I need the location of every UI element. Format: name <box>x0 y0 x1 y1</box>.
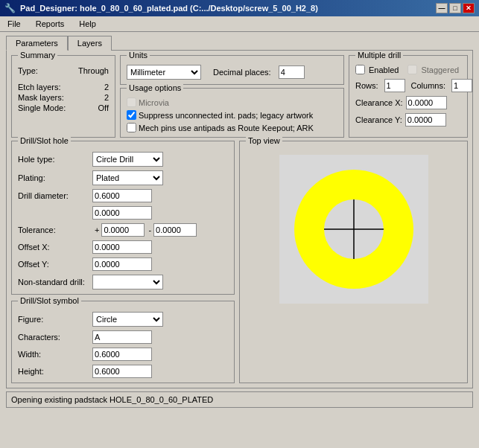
top-view-panel: Top view <box>239 141 468 383</box>
minimize-button[interactable]: — <box>436 3 448 13</box>
menu-reports[interactable]: Reports <box>31 18 69 30</box>
offset-x-label: Offset X: <box>18 243 92 252</box>
menu-help[interactable]: Help <box>74 18 101 30</box>
close-button[interactable]: ✕ <box>463 3 475 13</box>
title-bar-buttons: — □ ✕ <box>436 3 475 13</box>
summary-title: Summary <box>18 51 57 60</box>
plating-label: Plating: <box>18 173 92 182</box>
clearance-x-input[interactable] <box>406 96 447 109</box>
top-view-svg <box>279 155 428 304</box>
title-bar: 🔧 Pad_Designer: hole_0_80_0_60_plated.pa… <box>0 0 479 16</box>
window-title: Pad_Designer: hole_0_80_0_60_plated.pad … <box>20 4 318 13</box>
drill-slot-panel: Drill/Slot hole Hole type: Circle Drill … <box>11 141 235 295</box>
rows-label: Rows: <box>355 81 378 90</box>
tolerance-minus-input[interactable] <box>153 223 197 237</box>
width-input[interactable] <box>92 348 152 361</box>
multiple-drill-title: Multiple drill <box>355 51 403 60</box>
decimal-places-input[interactable] <box>279 65 305 79</box>
decimal-places-label: Decimal places: <box>213 68 271 77</box>
units-panel: Units Millimeter Decimal places: <box>120 55 344 85</box>
non-standard-select[interactable] <box>92 275 163 289</box>
staggered-checkbox[interactable] <box>407 65 417 74</box>
top-row: Summary Type: Through Etch layers: 2 Mas… <box>11 55 468 138</box>
characters-input[interactable] <box>92 330 152 344</box>
drill-slot-title: Drill/Slot hole <box>18 136 71 145</box>
type-value: Through <box>78 66 109 75</box>
drill-diameter-input[interactable] <box>92 189 152 202</box>
suppress-checkbox[interactable] <box>127 110 136 120</box>
single-label: Single Mode: <box>18 103 66 112</box>
clearance-y-label: Clearance Y: <box>355 115 402 124</box>
height-label: Height: <box>18 367 92 376</box>
maximize-button[interactable]: □ <box>449 3 461 13</box>
rows-input[interactable] <box>384 79 405 92</box>
suppress-label: Suppress unconnected int. pads; legacy a… <box>139 111 313 120</box>
microvia-checkbox[interactable] <box>127 97 136 107</box>
tabs-bar: Parameters Layers <box>0 32 479 50</box>
etch-label: Etch layers: <box>18 83 60 92</box>
enabled-label: Enabled <box>369 65 399 74</box>
tolerance-label: Tolerance: <box>18 225 92 234</box>
figure-select[interactable]: Circle Square Triangle X Plus <box>92 312 163 327</box>
hole-type-label: Hole type: <box>18 155 92 164</box>
drill-diameter-label: Drill diameter: <box>18 191 92 200</box>
tab-parameters[interactable]: Parameters <box>6 36 68 51</box>
clearance-x-label: Clearance X: <box>355 98 403 107</box>
top-view-title: Top view <box>246 136 282 145</box>
multiple-drill-panel: Multiple drill Enabled Staggered Rows: C… <box>349 55 468 138</box>
drill-symbol-panel: Drill/Slot symbol Figure: Circle Square … <box>11 301 235 383</box>
status-bar: Opening existing padstack HOLE_0_80_0_60… <box>6 391 473 408</box>
clearance-y-input[interactable] <box>405 113 446 127</box>
figure-label: Figure: <box>18 315 92 324</box>
staggered-label: Staggered <box>421 65 459 74</box>
units-select[interactable]: Millimeter <box>127 65 201 80</box>
mask-value: 2 <box>104 93 109 102</box>
columns-input[interactable] <box>451 79 472 92</box>
tolerance-plus-input[interactable] <box>101 223 145 237</box>
drill-symbol-title: Drill/Slot symbol <box>18 296 81 305</box>
tolerance-plus-icon: + <box>95 225 99 234</box>
tab-layers[interactable]: Layers <box>68 36 112 51</box>
height-input[interactable] <box>92 365 152 378</box>
mech-checkbox[interactable] <box>127 123 136 132</box>
hole-type-select[interactable]: Circle Drill Square Drill Oval Slot Rect… <box>92 152 163 167</box>
offset-y-input[interactable] <box>92 257 152 271</box>
microvia-label: Microvia <box>139 98 169 107</box>
status-text: Opening existing padstack HOLE_0_80_0_60… <box>11 395 213 404</box>
type-label: Type: <box>18 66 38 75</box>
bottom-row: Drill/Slot hole Hole type: Circle Drill … <box>11 141 468 383</box>
tolerance-minus-icon: - <box>148 225 151 234</box>
etch-value: 2 <box>104 83 109 92</box>
drill-diameter-input2[interactable] <box>92 206 152 220</box>
app-icon: 🔧 <box>4 3 16 13</box>
offset-x-input[interactable] <box>92 240 152 254</box>
top-view-canvas <box>279 155 428 304</box>
single-value: Off <box>98 103 109 112</box>
non-standard-label: Non-standard drill: <box>18 278 92 287</box>
usage-title: Usage options <box>127 83 183 92</box>
offset-y-label: Offset Y: <box>18 260 92 269</box>
usage-panel: Usage options Microvia Suppress unconnec… <box>120 88 344 138</box>
enabled-checkbox[interactable] <box>355 65 365 74</box>
main-content: Summary Type: Through Etch layers: 2 Mas… <box>6 50 473 388</box>
columns-label: Columns: <box>411 81 445 90</box>
characters-label: Characters: <box>18 333 92 342</box>
plating-select[interactable]: Plated Non-Plated <box>92 170 163 185</box>
menu-file[interactable]: File <box>3 18 25 30</box>
width-label: Width: <box>18 350 92 359</box>
mask-label: Mask layers: <box>18 93 64 102</box>
menu-bar: File Reports Help <box>0 16 479 32</box>
units-title: Units <box>127 51 150 60</box>
mech-label: Mech pins use antipads as Route Keepout;… <box>139 124 314 132</box>
summary-panel: Summary Type: Through Etch layers: 2 Mas… <box>11 55 115 138</box>
